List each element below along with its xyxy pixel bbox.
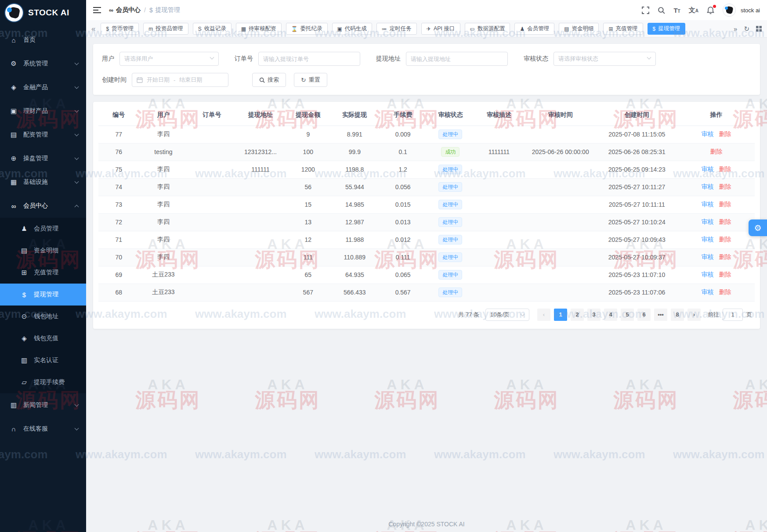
delete-link[interactable]: 删除	[719, 183, 731, 190]
tabs-scroll-left-icon[interactable]: «	[91, 25, 95, 32]
sidebar-item-home[interactable]: ⌂首页	[0, 28, 86, 52]
refresh-icon[interactable]: ↻	[744, 25, 749, 33]
page-button-4[interactable]: 4	[604, 309, 617, 321]
filter-created: 创建时间 开始日期 - 结束日期	[102, 73, 228, 87]
cell-user: 土豆233	[139, 266, 188, 284]
tab-member-manage[interactable]: ♟会员管理	[514, 23, 554, 35]
page-button-3[interactable]: 3	[587, 309, 601, 321]
language-button[interactable]: 文A	[689, 6, 698, 14]
delete-link[interactable]: 删除	[719, 165, 731, 173]
sidebar-item-member-center[interactable]: ∞会员中心	[0, 194, 86, 218]
chevron-down-icon	[75, 426, 79, 430]
order-input[interactable]	[258, 52, 360, 66]
tab-currency-manage[interactable]: $货币管理	[101, 23, 139, 35]
avatar[interactable]	[723, 4, 736, 17]
tab-bar: « $货币管理m投资品管理S收益记录▦待审核配资⌛委托纪录▣代码生成≔定时任务✈…	[86, 20, 767, 38]
page-button-6[interactable]: 6	[637, 309, 651, 321]
audit-link[interactable]: 审核	[702, 183, 714, 190]
tabs-scroll-right-icon[interactable]: »	[734, 25, 737, 32]
sidebar-item-infrastructure[interactable]: ▦基础设施	[0, 170, 86, 194]
audit-link[interactable]: 审核	[702, 218, 714, 225]
page-button-8[interactable]: 8	[671, 309, 684, 321]
page-button-1[interactable]: 1	[554, 309, 567, 321]
delete-link[interactable]: 删除	[719, 201, 731, 208]
settings-fab[interactable]: ⚙	[749, 219, 767, 236]
online-service-icon: ∩	[10, 425, 18, 433]
audit-link[interactable]: 审核	[702, 271, 714, 278]
fullscreen-button[interactable]	[642, 7, 649, 14]
audit-link[interactable]: 审核	[702, 288, 714, 295]
home-icon: ⌂	[10, 36, 18, 44]
delete-link[interactable]: 删除	[719, 236, 731, 243]
page-size-select[interactable]: 10条/页	[485, 309, 529, 321]
tab-code-generate[interactable]: ▣代码生成	[332, 23, 372, 35]
tab-options-grid-icon[interactable]	[756, 26, 762, 32]
sidebar-item-real-name-auth[interactable]: ▥实名认证	[0, 349, 86, 371]
page-button-2[interactable]: 2	[571, 309, 584, 321]
status-select[interactable]: 请选择审核状态	[554, 52, 656, 66]
sidebar-item-withdraw-manage[interactable]: $提现管理	[0, 284, 86, 306]
cell-actual: 99.9	[331, 143, 378, 161]
sidebar-item-wallet-address[interactable]: ⊙钱包地址	[0, 306, 86, 327]
user-name[interactable]: stock ai	[741, 7, 760, 14]
font-size-button[interactable]: TT	[673, 7, 680, 14]
sidebar-item-online-service[interactable]: ∩在线客服	[0, 417, 86, 441]
delete-link[interactable]: 删除	[719, 253, 731, 260]
tab-fund-details[interactable]: ▤资金明细	[559, 23, 599, 35]
prev-page-button[interactable]: ‹	[537, 309, 550, 321]
sidebar-item-recharge-manage[interactable]: ⊞充值管理	[0, 262, 86, 284]
table-row: 68土豆233567566.4330.567处理中2025-05-23 11:0…	[98, 284, 755, 301]
delete-link[interactable]: 删除	[719, 271, 731, 278]
audit-link[interactable]: 审核	[702, 165, 714, 173]
tab-withdraw-manage[interactable]: $提现管理	[648, 23, 686, 35]
delete-link[interactable]: 删除	[719, 130, 731, 137]
sidebar-item-allocation-manage[interactable]: ▤配资管理	[0, 123, 86, 147]
tab-investment-manage[interactable]: m投资品管理	[143, 23, 188, 35]
tab-label: 委托纪录	[300, 25, 322, 32]
tab-recharge-manage[interactable]: ⊞充值管理	[603, 23, 643, 35]
search-submit-button[interactable]: 搜索	[252, 73, 286, 87]
audit-link[interactable]: 审核	[702, 236, 714, 243]
column-header-4: 提现金额	[285, 104, 331, 126]
sidebar-item-system-manage[interactable]: ⚙系统管理	[0, 52, 86, 75]
page-button-5[interactable]: 5	[621, 309, 634, 321]
tab-pending-allocation[interactable]: ▦待审核配资	[236, 23, 282, 35]
sidebar-item-finance-products[interactable]: ◈金融产品	[0, 75, 86, 99]
tab-label: 待审核配资	[249, 25, 276, 32]
notification-button[interactable]	[707, 6, 714, 14]
next-page-button[interactable]: ›	[687, 309, 701, 321]
sidebar-item-wealth-products[interactable]: ▣理财产品	[0, 99, 86, 123]
audit-link[interactable]: 审核	[702, 201, 714, 208]
sidebar-item-news-manage[interactable]: ▥新闻管理	[0, 393, 86, 417]
sidebar-item-wallet-recharge[interactable]: ◈钱包充值	[0, 327, 86, 349]
tab-api-interface[interactable]: ✈API 接口	[421, 23, 460, 35]
audit-link[interactable]: 审核	[702, 130, 714, 137]
address-input[interactable]	[406, 52, 508, 66]
sidebar-item-withdraw-fee[interactable]: ▱提现手续费	[0, 371, 86, 393]
sidebar-item-trading-manage[interactable]: ⊕操盘管理	[0, 147, 86, 170]
breadcrumb-section[interactable]: ∞ 会员中心	[109, 6, 141, 14]
audit-link[interactable]: 审核	[702, 253, 714, 260]
tab-profit-records[interactable]: S收益记录	[193, 23, 232, 35]
delete-link[interactable]: 删除	[719, 218, 731, 225]
user-select[interactable]: 请选择用户	[119, 52, 219, 66]
sidebar-item-label: 资金明细	[34, 247, 78, 255]
cell-fee: 0.009	[378, 126, 428, 143]
tab-datasource-config[interactable]: ▭数据源配置	[465, 23, 510, 35]
cell-actions: 审核删除	[678, 231, 755, 248]
sidebar-item-fund-details[interactable]: ▤资金明细	[0, 240, 86, 262]
cell-audit-desc	[473, 266, 525, 284]
sidebar-collapse-button[interactable]	[93, 7, 101, 13]
sidebar-item-member-manage[interactable]: ♟会员管理	[0, 218, 86, 240]
tab-scheduled-tasks[interactable]: ≔定时任务	[376, 23, 417, 35]
more-pages-button[interactable]: •••	[654, 309, 667, 321]
delete-link[interactable]: 删除	[719, 288, 731, 295]
search-button[interactable]	[658, 7, 665, 14]
chevron-down-icon	[75, 61, 79, 65]
tab-delegate-records[interactable]: ⌛委托纪录	[286, 23, 328, 35]
date-range-picker[interactable]: 开始日期 - 结束日期	[132, 73, 228, 87]
reset-button[interactable]: ↻ 重置	[294, 73, 327, 87]
goto-page-input[interactable]	[723, 309, 743, 321]
chevron-down-icon	[75, 402, 79, 406]
delete-link[interactable]: 删除	[710, 148, 723, 155]
